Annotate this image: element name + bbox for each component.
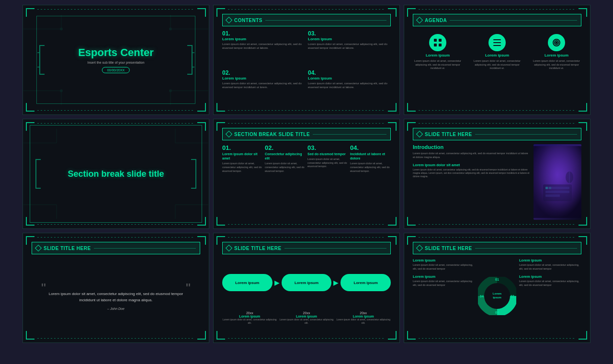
- process-details: 20xx Lorem ipsum Lorem ipsum dolor sit a…: [222, 311, 391, 325]
- section-break-title-area: Section break slide title: [46, 169, 186, 180]
- bracket-right: [189, 157, 198, 191]
- pie-item-02: Lorem ipsum Lorem ipsum dolor sit amet, …: [519, 258, 581, 271]
- item-text: Lorem ipsum dolor sit amet, consectetur …: [222, 42, 305, 50]
- slide-body: Lorem ipsum Lorem ipsum dolor sit amet, …: [413, 258, 581, 334]
- col-text: Lorem ipsum dolor sit amet, consectetur …: [265, 162, 306, 173]
- agenda-item-3: Lorem ipsum Lorem ipsum dolor sit amet, …: [532, 34, 581, 70]
- decorative-line: [228, 237, 385, 238]
- item-text: Lorem ipsum dolor sit amet, consectetur …: [519, 280, 581, 287]
- item-title: Lorem ipsum: [519, 258, 542, 262]
- step-year: 20xx: [279, 311, 334, 315]
- slide-quote: Slide title here " " Lorem ipsum dolor s…: [23, 233, 209, 343]
- header-title: Section Break Slide Title: [234, 132, 310, 137]
- corner-decoration: [26, 8, 34, 17]
- decorative-line: [37, 9, 194, 10]
- slide-introduction: Slide title here Introduction Lorem ipsu…: [404, 119, 590, 229]
- slide-header: Agenda: [413, 14, 581, 26]
- subtitle: Insert the sub title of your presentatio…: [42, 61, 190, 64]
- col-title: Sed do eiusmod tempor: [307, 152, 348, 156]
- main-title: Esports Center: [42, 46, 190, 59]
- col-number: 04.: [350, 144, 391, 151]
- agenda-icon-grid: [429, 34, 446, 51]
- header-line: [475, 248, 577, 249]
- header-title: Slide title here: [425, 246, 472, 251]
- agenda-item-2: Lorem ipsum Lorem ipsum dolor sit amet, …: [472, 34, 522, 70]
- title-area: Esports Center Insert the sub title of y…: [42, 46, 190, 73]
- item-title: Lorem ipsum: [222, 76, 305, 80]
- quote-author: – John Doe: [107, 307, 125, 310]
- intro-text: Lorem ipsum dolor sit amet, consectetur …: [413, 151, 530, 159]
- svg-rect-36: [545, 187, 569, 189]
- header-icon: [416, 131, 423, 137]
- item-title: Lorem ipsum: [308, 76, 391, 80]
- col-title: Incididunt ut labore et dolore: [350, 152, 391, 160]
- col-text: Lorem ipsum dolor sit amet, consectetur …: [222, 162, 263, 173]
- process-btn-3: Lorem ipsum: [341, 274, 391, 291]
- item-text: Lorem ipsum dolor sit amet, consectetur …: [413, 263, 475, 271]
- header-title: Agenda: [425, 18, 447, 23]
- slide-header: Section Break Slide Title: [222, 128, 391, 140]
- svg-text:ipsum: ipsum: [493, 296, 501, 299]
- step-name: Lorem ipsum: [222, 315, 277, 318]
- slide-body: Lorem ipsum ▶ Lorem ipsum ▶ Lorem ipsum …: [222, 258, 391, 334]
- slide-title: Esports Center Insert the sub title of y…: [23, 5, 209, 115]
- svg-point-39: [566, 171, 573, 183]
- item-text: Lorem ipsum dolor sit amet, consectetur …: [308, 42, 391, 50]
- decorative-line: [419, 110, 576, 111]
- step-name: Lorem ipsum: [279, 315, 334, 318]
- slide-contents: Contents 01. Lorem ipsum Lorem ipsum dol…: [213, 5, 400, 115]
- header-icon: [416, 17, 423, 23]
- svg-rect-38: [545, 194, 560, 197]
- agenda-icon-target: [548, 34, 565, 51]
- col-item-2: 02. Consectetur adipiscing elit Lorem ip…: [265, 144, 306, 220]
- process-btn-1: Lorem ipsum: [222, 274, 272, 291]
- svg-text:Lorem: Lorem: [493, 292, 501, 295]
- intro-layout: Introduction Lorem ipsum dolor sit amet,…: [413, 144, 581, 220]
- item-text: Lorem ipsum dolor sit amet, consectetur …: [222, 81, 305, 90]
- decorative-line: [419, 123, 576, 124]
- decorative-line: [228, 123, 385, 124]
- header-icon: [35, 245, 42, 251]
- item-text: Lorem ipsum dolor sit amet, consectetur …: [308, 81, 391, 90]
- process-detail-1: 20xx Lorem ipsum Lorem ipsum dolor sit a…: [222, 311, 277, 325]
- process-buttons: Lorem ipsum ▶ Lorem ipsum ▶ Lorem ipsum: [222, 258, 391, 307]
- svg-text:01: 01: [495, 278, 499, 281]
- slide-body: Lorem ipsum Lorem ipsum dolor sit amet, …: [413, 30, 581, 106]
- corner-decoration: [197, 103, 206, 112]
- decorative-line: [419, 224, 576, 225]
- open-quote: ": [41, 282, 46, 295]
- svg-rect-17: [439, 39, 442, 42]
- decorative-line: [419, 237, 576, 238]
- agenda-label: Lorem ipsum: [485, 53, 509, 57]
- svg-point-25: [556, 42, 557, 44]
- intro-left: Introduction Lorem ipsum dolor sit amet,…: [413, 144, 530, 220]
- corner-decoration: [26, 103, 34, 112]
- svg-rect-20: [493, 39, 501, 40]
- header-title: Slide title here: [425, 132, 472, 137]
- content-item-3: 03. Lorem ipsum Lorem ipsum dolor sit am…: [308, 30, 391, 67]
- item-number: 04.: [308, 69, 391, 76]
- process-detail-2: 20xx Lorem ipsum Lorem ipsum dolor sit a…: [279, 311, 334, 325]
- decorative-line: [37, 338, 194, 339]
- decorative-line: [37, 123, 194, 124]
- step-text: Lorem ipsum dolor sit amet, consectetur …: [222, 318, 277, 325]
- header-icon: [226, 245, 232, 251]
- process-arrow: ▶: [333, 279, 339, 286]
- agenda-item-1: Lorem ipsum Lorem ipsum dolor sit amet, …: [413, 34, 463, 70]
- header-line: [475, 134, 577, 135]
- decorative-line: [419, 338, 576, 339]
- pie-item-header: Lorem ipsum: [519, 258, 581, 262]
- decorative-line: [37, 237, 194, 238]
- agenda-icons: Lorem ipsum Lorem ipsum dolor sit amet, …: [413, 30, 581, 70]
- item-number: 01.: [222, 30, 305, 37]
- corner-decoration: [197, 8, 206, 17]
- header-title: Slide title here: [44, 246, 91, 251]
- decorative-line: [228, 338, 385, 339]
- col-item-4: 04. Incididunt ut labore et dolore Lorem…: [350, 144, 391, 220]
- process-label-3: Lorem ipsum: [354, 281, 378, 285]
- pie-layout: Lorem ipsum Lorem ipsum dolor sit amet, …: [413, 258, 581, 334]
- slide-body: 01. Lorem ipsum Lorem ipsum dolor sit am…: [222, 30, 391, 106]
- col-title: Lorem ipsum dolor slt amet: [222, 152, 263, 160]
- step-year: 20xx: [336, 311, 391, 315]
- pie-chart-svg: Lorem ipsum 01 02 03 04: [478, 277, 516, 315]
